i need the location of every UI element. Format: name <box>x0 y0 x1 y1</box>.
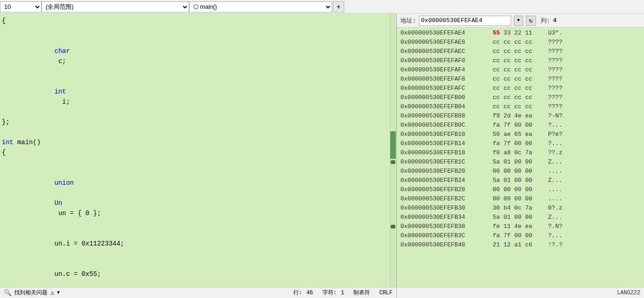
memory-content[interactable]: 0x000000530EFEFAE4 55 33 22 11 U3". 0x00… <box>397 28 644 287</box>
mem-row: 0x000000530EFEFAF4 cc cc cc cc ???? <box>397 65 644 75</box>
tab-label: 制表符 <box>353 289 370 297</box>
status-right: 行: 46 字符: 1 制表符 CRLF <box>293 289 393 297</box>
code-line: un.c = 0x55; <box>0 259 396 287</box>
add-toolbar-btn[interactable]: + <box>333 1 344 12</box>
code-line: un.i = 0x11223344; <box>0 228 396 259</box>
addr-dropdown[interactable]: ▼ <box>514 16 523 26</box>
memory-status-bar: LANG222 <box>397 287 644 298</box>
col-value: 4 <box>553 17 557 24</box>
code-line: { <box>0 147 396 158</box>
status-bar: 🔍 找到相关问题 ⚠️ ▼ 行: 46 字符: 1 制表符 CRLF <box>0 287 396 298</box>
line-number-select[interactable]: 10 <box>0 1 42 12</box>
code-line: }; <box>0 117 396 127</box>
code-content[interactable]: { char c; int i; }; <box>0 14 396 287</box>
code-line <box>0 127 396 137</box>
mem-row: 0x000000530EFEFB04 cc cc cc cc ???? <box>397 102 644 111</box>
mem-row: 0x000000530EFEFB24 5a 01 00 00 Z... <box>397 176 644 185</box>
code-line: int i; <box>0 76 396 117</box>
mem-row: 0x000000530EFEFB1C 5a 01 00 00 Z... <box>397 158 644 167</box>
mem-addr: 0x000000530EFEFAE4 <box>400 29 493 38</box>
code-text: un.i = 0x11223344; <box>54 240 124 247</box>
code-line <box>0 158 396 168</box>
mem-row: 0x000000530EFEFB20 00 00 00 00 .... <box>397 167 644 176</box>
search-label[interactable]: 找到相关问题 <box>14 289 48 297</box>
code-keyword: int <box>2 137 13 147</box>
main-toolbar: 10 (全局范围) ⬡ main() + <box>0 0 644 14</box>
mem-row: 0x000000530EFEFB18 f0 a8 0c 7a ??.z <box>397 148 644 158</box>
scrollbar-thumb[interactable] <box>390 131 396 159</box>
mem-ascii: U3". <box>548 29 562 38</box>
function-select[interactable]: ⬡ main() <box>189 1 332 12</box>
mem-row: 0x000000530EFEFB2C 00 00 00 00 .... <box>397 194 644 204</box>
code-text: un.c = 0x55; <box>54 270 101 278</box>
mem-row: 0x000000530EFEFB34 5a 01 00 00 Z... <box>397 213 644 222</box>
dropdown-arrow[interactable]: ▼ <box>57 290 60 295</box>
code-line: { <box>0 16 396 26</box>
code-text: }; <box>2 117 10 127</box>
col-label: 列: <box>541 17 550 25</box>
encoding2-label: LANG222 <box>617 290 640 296</box>
scope-select[interactable]: (全局范围) <box>42 1 189 12</box>
code-line: char c; <box>0 36 396 76</box>
code-text: c; <box>54 58 66 65</box>
mem-row: 0x000000530EFEFAEC cc cc cc cc ???? <box>397 47 644 56</box>
mem-row: 0x000000530EFEFB3C fa 7f 00 00 ?... <box>397 231 644 240</box>
mem-row: 0x000000530EFEFB28 00 00 00 00 .... <box>397 185 644 194</box>
mem-row: 0x000000530EFEFB00 cc cc cc cc ???? <box>397 93 644 102</box>
addr-label: 地址: <box>400 17 416 25</box>
search-icon: 🔍 <box>4 289 12 297</box>
code-scrollbar[interactable] <box>390 14 396 287</box>
mem-row: 0x000000530EFEFB08 f9 2d 4e ea ?-N? <box>397 111 644 121</box>
code-text: { <box>2 16 6 26</box>
code-line: int main() <box>0 137 396 147</box>
code-keyword: char <box>54 47 70 55</box>
code-text: { <box>2 147 6 158</box>
mem-row: 0x000000530EFEFAF8 cc cc cc cc ???? <box>397 75 644 84</box>
code-text: main() <box>13 137 41 147</box>
code-keyword: union <box>54 179 74 187</box>
code-text: un = { 0 }; <box>54 210 101 217</box>
encoding-label: CRLF <box>379 290 393 296</box>
code-type: Un <box>54 199 62 207</box>
addr-input[interactable] <box>419 16 511 26</box>
refresh-btn[interactable]: ↻ <box>526 16 536 26</box>
mem-bytes: 55 33 22 11 <box>493 29 548 38</box>
mem-row: 0x000000530EFEFAE8 cc cc cc cc ???? <box>397 38 644 47</box>
row-info: 行: 46 <box>293 289 313 297</box>
status-left: 🔍 找到相关问题 ⚠️ ▼ <box>4 289 284 297</box>
memory-panel: 地址: ▼ ↻ 列: 4 0x000000530EFEFAE4 55 33 22… <box>397 14 644 298</box>
code-panel: { char c; int i; }; <box>0 14 397 298</box>
scroll-indicator-1 <box>391 160 395 164</box>
mem-row: 0x000000530EFEFB38 fe 11 4e ea ?.N? <box>397 222 644 231</box>
mem-row: 0x000000530EFEFAE4 55 33 22 11 U3". <box>397 29 644 38</box>
mem-row: 0x000000530EFEFB30 30 b4 0c 7a 0?.z <box>397 204 644 213</box>
code-text <box>54 189 58 197</box>
warning-icon: ⚠️ <box>50 289 54 297</box>
mem-row: 0x000000530EFEFB14 fa 7f 00 00 ?... <box>397 139 644 148</box>
code-line: union Un un = { 0 }; <box>0 168 396 228</box>
char-info: 字符: 1 <box>322 289 345 297</box>
mem-row: 0x000000530EFEFB0C fa 7f 00 00 ?... <box>397 121 644 130</box>
code-text: i; <box>54 98 70 105</box>
mem-row: 0x000000530EFEFB10 50 ae 65 ea P?e? <box>397 130 644 139</box>
mem-row: 0x000000530EFEFB40 21 12 a1 c6 !?.? <box>397 240 644 250</box>
scroll-indicator-2 <box>391 225 395 228</box>
code-line <box>0 26 396 36</box>
code-keyword: int <box>54 88 66 95</box>
mem-row: 0x000000530EFEFAFC cc cc cc cc ???? <box>397 84 644 93</box>
memory-toolbar: 地址: ▼ ↻ 列: 4 <box>397 14 644 28</box>
main-area: { char c; int i; }; <box>0 14 644 298</box>
mem-row: 0x000000530EFEFAF0 cc cc cc cc ???? <box>397 56 644 65</box>
